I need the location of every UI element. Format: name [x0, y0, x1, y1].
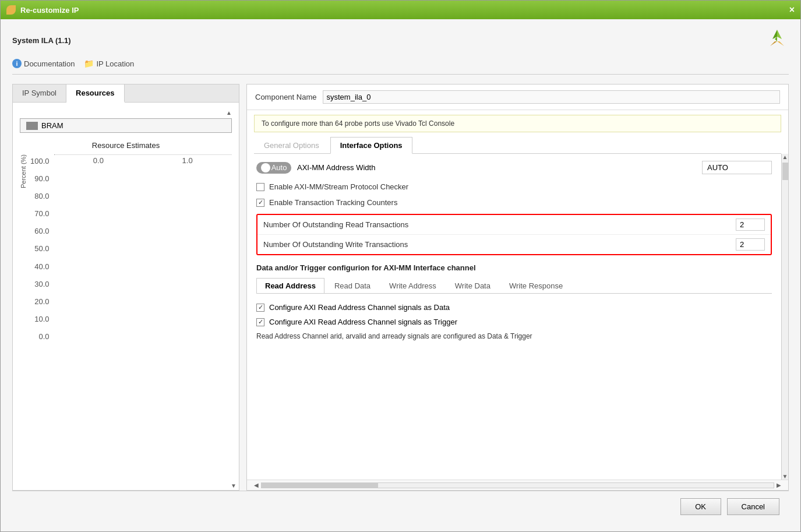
channel-tab-write-response[interactable]: Write Response — [500, 278, 571, 293]
documentation-label: Documentation — [24, 59, 75, 68]
y-axis-label: Percent (%) — [20, 154, 27, 188]
bram-icon — [26, 122, 38, 130]
main-panel: IP Symbol Resources ▲ BRAM Resource — [12, 84, 789, 491]
transactions-box: Number Of Outstanding Read Transactions … — [256, 214, 772, 255]
chart-plot-container: 0.0 1.0 — [54, 154, 232, 165]
folder-icon: 📁 — [84, 59, 94, 68]
scroll-down-arrow[interactable]: ▼ — [231, 482, 237, 489]
right-panel: Component Name To configure more than 64… — [246, 84, 789, 491]
scroll-up-arrow[interactable]: ▲ — [226, 110, 232, 116]
channel-checkbox-trigger-input[interactable]: ✓ — [256, 318, 264, 326]
app-icon — [6, 5, 16, 15]
grid-line-10 — [55, 154, 232, 155]
channel-tab-write-address[interactable]: Write Address — [380, 278, 445, 293]
documentation-button[interactable]: i Documentation — [12, 59, 75, 68]
scroll-v-down[interactable]: ▼ — [782, 473, 788, 480]
scrollbar-horizontal-row: ◀ ▶ — [247, 480, 788, 490]
checkbox-tracking-counters-label: Enable Transaction Tracking Counters — [269, 198, 397, 207]
channel-tab-read-data[interactable]: Read Data — [326, 278, 379, 293]
left-panel-content: ▲ BRAM Resource Estimates Percent (%) 10… — [13, 103, 239, 481]
left-tabs: IP Symbol Resources — [13, 84, 239, 103]
main-window: Re-customize IP × System ILA (1.1) i Doc… — [0, 0, 801, 532]
component-name-label: Component Name — [255, 93, 317, 101]
scroll-h-right[interactable]: ▶ — [777, 482, 781, 488]
ip-location-label: IP Location — [96, 59, 134, 68]
chart-area: Percent (%) 100.0 90.0 80.0 70.0 60.0 50… — [20, 154, 232, 474]
scroll-v-thumb[interactable] — [782, 163, 788, 180]
scrollbar-vertical[interactable]: ▲ ▼ — [781, 154, 788, 480]
bram-label: BRAM — [20, 118, 232, 133]
channel-info-text: Read Address Channel arid, arvalid and a… — [256, 332, 772, 340]
section-title: Data and/or Trigger configurion for AXI-… — [256, 263, 772, 272]
close-button[interactable]: × — [789, 5, 795, 15]
info-icon: i — [12, 59, 22, 68]
toggle-knob — [261, 163, 270, 172]
chart-plot — [54, 154, 232, 155]
transaction-read-value[interactable] — [736, 219, 765, 231]
info-banner: To configure more than 64 probe ports us… — [254, 115, 781, 132]
checkbox-tracking-counters: ✓ Enable Transaction Tracking Counters — [256, 198, 772, 207]
axi-mm-row: Auto AXI-MM Address Width — [256, 161, 772, 174]
checkbox-protocol-checker: Enable AXI-MM/Stream Protocol Checker — [256, 182, 772, 191]
scroll-v-up[interactable]: ▲ — [782, 154, 788, 160]
svg-marker-2 — [777, 41, 784, 46]
toggle-label: Auto — [271, 163, 287, 172]
auto-toggle[interactable]: Auto — [256, 162, 291, 174]
tab-general-options[interactable]: General Options — [254, 137, 329, 153]
channel-checkbox-data: ✓ Configure AXI Read Address Channel sig… — [256, 303, 772, 312]
checkbox-tracking-counters-input[interactable]: ✓ — [256, 199, 264, 207]
y-axis: 100.0 90.0 80.0 70.0 60.0 50.0 40.0 30.0… — [30, 154, 52, 341]
channel-tab-read-address[interactable]: Read Address — [256, 278, 324, 293]
transaction-row-read: Number Of Outstanding Read Transactions — [257, 215, 771, 235]
bottom-bar: OK Cancel — [12, 491, 789, 522]
svg-marker-0 — [777, 30, 782, 39]
content-area: System ILA (1.1) i Documentation 📁 IP Lo… — [1, 19, 800, 531]
transaction-row-write: Number Of Outstanding Write Transactions — [257, 235, 771, 254]
main-tabs: General Options Interface Options — [254, 137, 781, 154]
title-bar-left: Re-customize IP — [6, 5, 79, 15]
component-name-input[interactable] — [323, 90, 781, 104]
checkbox-protocol-checker-label: Enable AXI-MM/Stream Protocol Checker — [269, 182, 408, 191]
component-name-row: Component Name — [247, 84, 788, 110]
transaction-read-label: Number Of Outstanding Read Transactions — [263, 220, 736, 229]
channel-checkbox-trigger-label: Configure AXI Read Address Channel signa… — [269, 318, 457, 326]
ip-location-button[interactable]: 📁 IP Location — [84, 59, 134, 68]
channel-tab-write-data[interactable]: Write Data — [446, 278, 499, 293]
app-title: System ILA (1.1) — [12, 36, 71, 45]
window-title: Re-customize IP — [20, 6, 79, 15]
svg-marker-3 — [770, 41, 777, 46]
scroll-h-left[interactable]: ◀ — [254, 482, 259, 488]
vivado-logo — [765, 29, 789, 52]
ok-button[interactable]: OK — [680, 498, 721, 515]
chart-title: Resource Estimates — [20, 141, 232, 150]
tab-body: Auto AXI-MM Address Width Enable AXI-MM/… — [247, 154, 788, 480]
axi-mm-label: AXI-MM Address Width — [297, 163, 696, 172]
tab-interface-options[interactable]: Interface Options — [330, 137, 412, 154]
channel-checkbox-data-input[interactable]: ✓ — [256, 304, 264, 312]
transaction-write-label: Number Of Outstanding Write Transactions — [263, 240, 736, 249]
app-title-row: System ILA (1.1) — [12, 29, 789, 52]
channel-tabs: Read Address Read Data Write Address Wri… — [256, 278, 772, 294]
axi-mm-value[interactable] — [702, 161, 772, 174]
checkbox-protocol-checker-input[interactable] — [256, 183, 264, 191]
tab-scroll: Auto AXI-MM Address Width Enable AXI-MM/… — [247, 154, 781, 480]
tab-resources[interactable]: Resources — [66, 84, 124, 103]
title-bar: Re-customize IP × — [1, 1, 800, 19]
scrollbar-horizontal[interactable] — [261, 482, 774, 488]
x-labels: 0.0 1.0 — [54, 156, 232, 165]
channel-content: ✓ Configure AXI Read Address Channel sig… — [256, 301, 772, 343]
transaction-write-value[interactable] — [736, 238, 765, 251]
toolbar: i Documentation 📁 IP Location — [12, 59, 789, 75]
channel-checkbox-data-label: Configure AXI Read Address Channel signa… — [269, 303, 450, 312]
cancel-button[interactable]: Cancel — [727, 498, 779, 515]
scroll-h-thumb[interactable] — [262, 483, 378, 488]
tab-ip-symbol[interactable]: IP Symbol — [13, 84, 66, 102]
left-panel: IP Symbol Resources ▲ BRAM Resource — [12, 84, 239, 491]
channel-checkbox-trigger: ✓ Configure AXI Read Address Channel sig… — [256, 318, 772, 326]
